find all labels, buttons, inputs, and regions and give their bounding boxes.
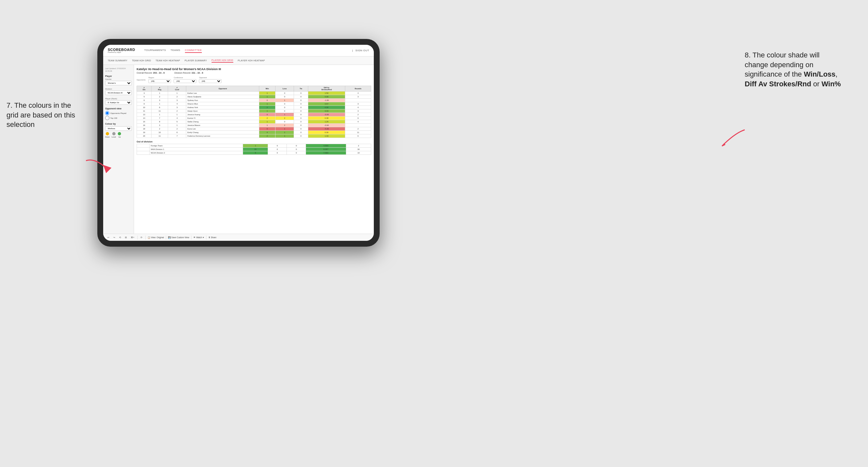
division-record: Division Record: 331 - 34 - 6: [174, 72, 203, 74]
grid-title: Katelyn Vo Head-to-Head Grid for Women's…: [136, 67, 371, 71]
annotation-left: 7. The colours in the grid are based on …: [6, 101, 84, 129]
table-row: 20117Federica Domecq Lacroze2101.336: [137, 134, 371, 138]
division-field: Division NCAA Division III: [105, 88, 132, 95]
nav-tournaments[interactable]: TOURNAMENTS: [144, 48, 166, 53]
out-of-division-section: Out of division Foreign Team1004.5002NAI…: [136, 141, 371, 155]
grid-area: Katelyn Vo Head-to-Head Grid for Women's…: [134, 65, 374, 234]
division-select[interactable]: NCAA Division III: [105, 91, 132, 95]
opponents-played-radio[interactable]: Opponents Played: [105, 111, 132, 115]
tablet-screen: SCOREBOARD Powered by clippd TOURNAMENTS…: [103, 45, 374, 241]
table-row: 11112Heejo Hyun1003.333: [137, 110, 371, 113]
nav-teams[interactable]: TEAMS: [171, 48, 180, 53]
table-row: 633Sydney Kuo010-1.00: [137, 99, 371, 102]
sub-nav-player-summary[interactable]: PLAYER SUMMARY: [185, 59, 207, 62]
out-div-row: Foreign Team1004.5002: [137, 144, 371, 148]
player-rank-label: Player (Rank): [105, 98, 132, 100]
col-reg: #Reg: [152, 86, 168, 92]
sub-nav: TEAM SUMMARY TEAM H2H GRID TEAM H2H HEAT…: [103, 57, 374, 65]
h2h-table: #Div #Reg #Conf Opponent Win Loss Tie Di…: [136, 86, 371, 138]
table-row: 1311Jessica Huang010-3.002: [137, 113, 371, 117]
sub-nav-player-h2h-heatmap[interactable]: PLAYER H2H HEATMAP: [238, 59, 265, 62]
opponent-label: Opponent: [199, 76, 222, 79]
gender-field: Gender Women's Men's: [105, 78, 132, 85]
conference-select[interactable]: (All): [174, 79, 196, 83]
toolbar-redo[interactable]: ↪: [112, 236, 116, 239]
table-row: 1585Stella Cheng1001.254: [137, 120, 371, 124]
toolbar-watch[interactable]: 👁 Watch ▾: [193, 236, 204, 239]
sub-nav-team-h2h-heatmap[interactable]: TEAM H2H HEATMAP: [155, 59, 180, 62]
colour-up: Up: [118, 132, 121, 138]
logo-sub: Powered by clippd: [108, 52, 135, 53]
out-div-row: NAIA Division 115009.26730: [137, 148, 371, 151]
colour-dot-down: [106, 132, 109, 135]
sign-out[interactable]: Sign out: [355, 49, 369, 53]
table-row: 1474Eunice Yi2200.389: [137, 117, 371, 120]
conference-label: Conference: [174, 76, 196, 79]
region-select[interactable]: (All): [148, 79, 171, 83]
table-row: 19106Emily Chang4100.3011: [137, 131, 371, 134]
opponent-select[interactable]: (All): [199, 79, 222, 83]
toolbar-divider-4: [191, 236, 191, 240]
sub-nav-player-h2h-grid[interactable]: PLAYER H2H GRID: [212, 58, 233, 63]
col-rounds: Rounds: [345, 86, 371, 92]
colour-label-up: Up: [118, 136, 121, 138]
col-tie: Tie: [294, 86, 308, 92]
region-label: Region: [148, 76, 171, 79]
table-row: 1631Jessica Mason120-0.94: [137, 124, 371, 127]
opponent-filter: Opponent (All): [199, 76, 222, 83]
colour-by-title: Colour by: [105, 123, 132, 125]
arrow-left: [83, 154, 122, 180]
bottom-toolbar: ↩ ↪ ⟲ ⊞ ⌘+ ⟳ 📋 View: Original 💾 Save Cus…: [103, 234, 374, 241]
toolbar-paste[interactable]: ⌘+: [130, 236, 135, 239]
toolbar-divider-1: [137, 236, 137, 240]
toolbar-divider-3: [166, 236, 166, 240]
conference-filter: Conference (All): [174, 76, 196, 83]
arrow-right: [709, 127, 748, 156]
colour-level: Level: [112, 132, 116, 138]
nav-committee[interactable]: COMMITTEE: [185, 48, 202, 53]
toolbar-back[interactable]: ⟲: [118, 236, 122, 239]
main-content: Last Updated: 27/03/2024 16:55:38 Player…: [103, 65, 374, 234]
toolbar-undo[interactable]: ↩: [106, 236, 110, 239]
logo-area: SCOREBOARD Powered by clippd: [108, 48, 135, 53]
annotation-right: 8. The colour shade will change dependin…: [745, 50, 842, 89]
logo-text: SCOREBOARD: [108, 48, 135, 52]
grid-records: Overall Record: 353 - 34 - 6 Division Re…: [136, 72, 371, 74]
toolbar-save-custom[interactable]: 💾 Save Custom View: [168, 236, 189, 239]
top-100-radio[interactable]: Top 100: [105, 116, 132, 120]
player-rank-select[interactable]: 8. Katelyn Vo: [105, 100, 132, 105]
col-opponent: Opponent: [186, 86, 259, 92]
sidebar: Last Updated: 27/03/2024 16:55:38 Player…: [103, 65, 134, 234]
colour-dot-level: [112, 132, 116, 135]
table-row: 1822Euna Lee010-5.002: [137, 127, 371, 131]
col-loss: Loss: [275, 86, 294, 92]
player-section-title: Player: [105, 75, 132, 77]
toolbar-copy[interactable]: ⊞: [124, 236, 128, 239]
table-row: 1063Andrea York2004.004: [137, 106, 371, 110]
toolbar-view-original[interactable]: 📋 View: Original: [148, 236, 164, 239]
overall-record: Overall Record: 353 - 34 - 6: [136, 72, 164, 74]
colour-legend: Down Level Up: [105, 132, 132, 138]
nav-items: TOURNAMENTS TEAMS COMMITTEE: [144, 48, 202, 53]
nav-divider: |: [352, 49, 353, 52]
out-div-row: NCAA Division 25007.40010: [137, 151, 371, 155]
table-row: 522Alexis Sudjianto1004.003: [137, 95, 371, 99]
colour-dot-up: [118, 132, 121, 135]
nav-bar: SCOREBOARD Powered by clippd TOURNAMENTS…: [103, 45, 374, 57]
toolbar-divider-2: [145, 236, 146, 240]
col-div: #Div: [137, 86, 152, 92]
colour-down: Down: [105, 132, 110, 138]
last-updated: Last Updated: 27/03/2024 16:55:38: [105, 67, 132, 72]
filters-row: Opponents: Region (All) Conference (All): [136, 76, 371, 83]
col-win: Win: [259, 86, 275, 92]
opponent-view-title: Opponent view: [105, 107, 132, 110]
sub-nav-team-h2h-grid[interactable]: TEAM H2H GRID: [132, 59, 151, 62]
out-of-div-table: Foreign Team1004.5002NAIA Division 11500…: [136, 144, 371, 155]
toolbar-share[interactable]: ⬆ Share: [208, 236, 216, 239]
sub-nav-team-summary[interactable]: TEAM SUMMARY: [108, 59, 127, 62]
gender-select[interactable]: Women's Men's: [105, 81, 132, 85]
colour-by-select[interactable]: Win/loss Diff Av Strokes/Rnd Win%: [105, 126, 132, 131]
toolbar-refresh[interactable]: ⟳: [140, 236, 144, 239]
toolbar-divider-5: [206, 236, 206, 240]
tablet-frame: SCOREBOARD Powered by clippd TOURNAMENTS…: [97, 39, 380, 247]
